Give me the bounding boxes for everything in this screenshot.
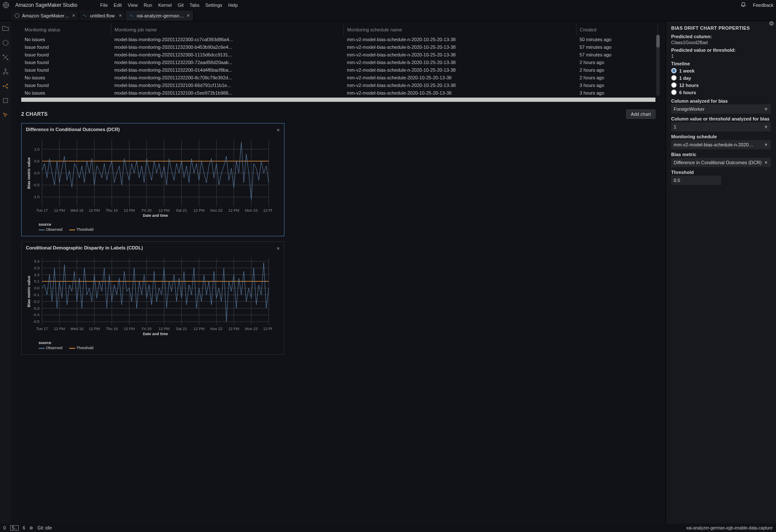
threshold-input[interactable] (671, 176, 721, 185)
svg-text:12 PM: 12 PM (194, 327, 205, 331)
status-git[interactable]: Git: idle (37, 526, 52, 530)
charts-count-title: 2 CHARTS (21, 111, 48, 117)
radio-input[interactable] (671, 68, 677, 73)
horizontal-scrollbar[interactable] (21, 98, 655, 102)
column-value-bias-select[interactable]: 1 ▼ (671, 122, 771, 132)
job-name-cell: model-bias-monitoring-202011232300-b453b… (111, 43, 343, 51)
radio-input[interactable] (671, 75, 677, 81)
menu-tabs[interactable]: Tabs (190, 3, 200, 8)
radio-input[interactable] (671, 82, 677, 88)
bias-metric-select[interactable]: Difference in Conditional Outcomes (DCR)… (671, 158, 771, 167)
timeline-option[interactable]: 1 week (671, 68, 771, 73)
schedule-name-cell: mm-v2-model-bias-schedule-n-2020-10-25-2… (343, 81, 576, 89)
svg-point-4 (3, 55, 4, 56)
svg-point-10 (7, 84, 8, 85)
chart-card[interactable]: Conditional Demographic Disparity in Lab… (21, 241, 284, 355)
tab-sagemaker-studio[interactable]: Amazon SageMaker Studio × (11, 11, 79, 21)
col-created[interactable]: Created (576, 24, 658, 36)
menu-run[interactable]: Run (143, 3, 152, 8)
timeline-label: Timeline (671, 61, 771, 66)
svg-text:Sat 21: Sat 21 (176, 327, 187, 331)
menu-kernel[interactable]: Kernel (158, 3, 172, 8)
table-row[interactable]: Issue found model-bias-monitoring-202011… (21, 81, 658, 89)
timeline-option[interactable]: 1 day (671, 75, 771, 81)
tab-xai-analyzer[interactable]: xai-analyzer-german-xgb-ena × (126, 11, 194, 21)
pointer-icon[interactable] (2, 111, 9, 119)
status-gear-icon[interactable]: ⚙ (29, 526, 33, 530)
tab-untitled-flow[interactable]: untitled.flow × (79, 11, 126, 21)
status-left-2[interactable]: 6 (23, 526, 25, 530)
svg-point-2 (15, 14, 19, 18)
svg-text:-1.0: -1.0 (33, 195, 39, 199)
sagemaker-icon (14, 13, 20, 18)
vertical-scrollbar[interactable] (656, 35, 660, 96)
close-icon[interactable]: × (119, 13, 122, 19)
svg-text:Bias metric value: Bias metric value (27, 157, 31, 189)
table-row[interactable]: Issue found model-bias-monitoring-202011… (21, 43, 658, 51)
status-cell: Issue found (21, 81, 111, 89)
col-status[interactable]: Monitoring status (21, 24, 111, 36)
menu-edit[interactable]: Edit (114, 3, 122, 8)
status-left-0[interactable]: 0 (3, 526, 6, 530)
table-row[interactable]: Issue found model-bias-monitoring-202011… (21, 51, 658, 59)
svg-text:12 PM: 12 PM (159, 327, 170, 331)
table-row[interactable]: Issue found model-bias-monitoring-202011… (21, 66, 658, 74)
threshold-label: Threshold (671, 170, 771, 175)
svg-text:0.2: 0.2 (34, 273, 39, 277)
menu-settings[interactable]: Settings (205, 3, 222, 8)
column-bias-select[interactable]: ForeignWorker ▼ (671, 104, 771, 114)
flow-branch-icon[interactable] (2, 82, 9, 90)
chart-legend: source Observed Threshold (26, 222, 280, 232)
schedule-name-cell: mm-v2-model-bias-schedule-2020-10-25-20-… (343, 74, 576, 81)
created-cell: 50 minutes ago (576, 36, 658, 43)
status-right: xai-analyzer-german-xgb-enable-data-capt… (686, 526, 773, 530)
feedback-link[interactable]: Feedback (753, 3, 773, 8)
table-row[interactable]: No issues model-bias-monitoring-20201123… (21, 36, 658, 43)
created-cell: 3 hours ago (576, 89, 658, 97)
table-row[interactable]: No issues model-bias-monitoring-20201123… (21, 74, 658, 81)
close-icon[interactable]: × (276, 127, 280, 133)
status-left-1[interactable]: S.. (10, 525, 19, 531)
menu-file[interactable]: File (100, 3, 108, 8)
col-job-name[interactable]: Monitoring job name (111, 24, 343, 36)
table-row[interactable]: Issue found model-bias-monitoring-202011… (21, 59, 658, 66)
table-row[interactable]: Issue found model-bias-monitoring-202011… (21, 97, 658, 98)
menu-view[interactable]: View (128, 3, 138, 8)
job-name-cell: model-bias-monitoring-202011232300-cc7ca… (111, 36, 343, 43)
git-icon[interactable] (2, 53, 9, 61)
created-cell: 57 minutes ago (576, 43, 658, 51)
close-icon[interactable]: × (72, 13, 75, 19)
folder-icon[interactable] (2, 25, 9, 32)
sagemaker-logo-icon (3, 2, 9, 8)
status-cell: Issue found (21, 97, 111, 98)
chevron-down-icon: ▼ (764, 142, 768, 147)
add-chart-button[interactable]: Add chart (626, 109, 655, 119)
svg-text:Fri 20: Fri 20 (142, 327, 152, 331)
chart-title: Difference in Conditional Outcomes (DCR) (26, 127, 120, 133)
predicted-column-value: Class1Good2Bad (671, 40, 771, 45)
table-row[interactable]: No issues model-bias-monitoring-20201123… (21, 89, 658, 97)
timeline-option[interactable]: 12 hours (671, 82, 771, 88)
timeline-option[interactable]: 6 hours (671, 90, 771, 95)
svg-text:12 PM: 12 PM (54, 327, 65, 331)
col-schedule-name[interactable]: Monitoring schedule name (343, 24, 576, 36)
chart-card[interactable]: Difference in Conditional Outcomes (DCR)… (21, 123, 284, 236)
network-icon[interactable] (2, 68, 9, 76)
bell-icon[interactable] (740, 2, 746, 8)
svg-text:12 PM: 12 PM (263, 327, 272, 331)
close-icon[interactable]: × (276, 245, 280, 252)
job-name-cell: model-bias-monitoring-202011232100-e7371… (111, 97, 343, 98)
job-name-cell: model-bias-monitoring-202011232100-66d79… (111, 81, 343, 89)
hexagon-icon[interactable] (2, 39, 9, 47)
menu-git[interactable]: Git (177, 3, 183, 8)
monitoring-schedule-select[interactable]: mm-v2-model-bias-schedule-n-2020-10-25-2… (671, 140, 771, 149)
svg-text:0.0: 0.0 (34, 286, 39, 290)
chart-title: Conditional Demographic Disparity in Lab… (26, 245, 143, 252)
close-icon[interactable]: × (187, 13, 190, 19)
square-icon[interactable] (2, 97, 9, 104)
scrollbar-thumb[interactable] (656, 35, 660, 48)
menu-help[interactable]: Help (228, 3, 238, 8)
gear-icon[interactable]: ⚙ (769, 21, 774, 27)
svg-rect-12 (3, 98, 8, 103)
radio-input[interactable] (671, 90, 677, 95)
